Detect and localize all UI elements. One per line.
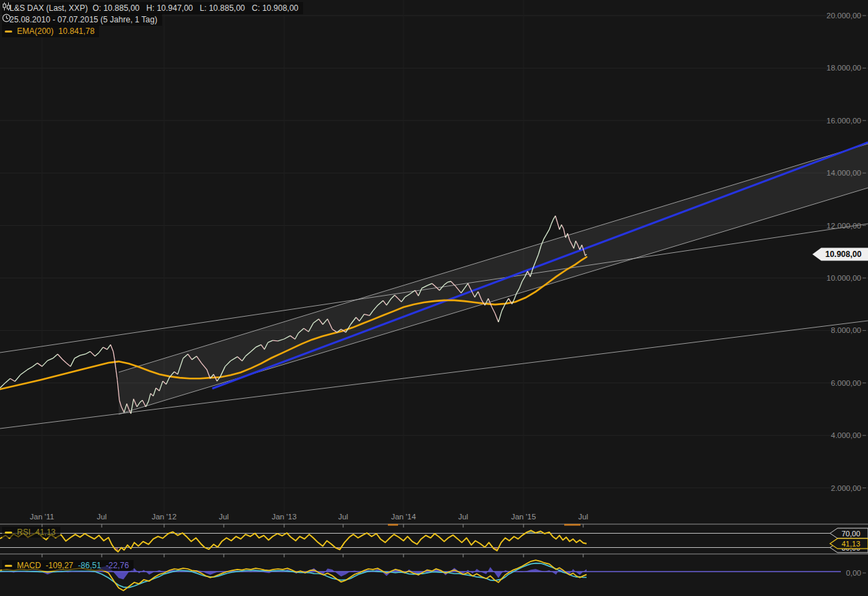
price-axis-label: 16.000,00: [827, 117, 861, 125]
macd-value: -109,27: [45, 561, 73, 570]
price-segment: [273, 340, 278, 341]
symbol-legend-row[interactable]: L&S DAX (Last, XXP) O: 10.885,00 H: 10.9…: [2, 2, 303, 14]
ema-color-dash-icon: [5, 31, 12, 33]
time-axis-label: Jan '11: [30, 513, 54, 521]
time-axis-label: Jul: [458, 513, 469, 521]
macd-zero-label: 0,00: [846, 569, 861, 577]
symbol-title: L&S DAX (Last, XXP): [9, 3, 87, 13]
price-axis-label: 18.000,00: [827, 64, 861, 72]
macd-legend-row[interactable]: MACD -109,27 -86,51 -22,76: [2, 560, 134, 571]
chart-canvas[interactable]: 10.908,00 70,00 30,00 41,13 0,00: [0, 0, 868, 596]
ema-label: EMA(200): [17, 26, 54, 36]
rsi-upper-tag-text: 70,00: [842, 530, 861, 538]
rsi-value-tag-text: 41,13: [842, 540, 861, 548]
time-axis-label: Jan '15: [511, 513, 536, 521]
price-axis-label: 4.000,00: [831, 431, 861, 439]
time-axis-label: Jan '13: [272, 513, 297, 521]
price-axis-label: 2.000,00: [831, 484, 861, 492]
last-price-tag-text: 10.908,00: [825, 250, 862, 259]
chart-window: 10.908,00 70,00 30,00 41,13 0,00 L&S DAX: [0, 0, 868, 596]
time-axis-label: Jul: [219, 513, 229, 521]
rsi-legend-row[interactable]: RSI 41,13: [2, 527, 60, 538]
price-axis-label: 8.000,00: [831, 326, 861, 334]
time-range-text: 25.08.2010 - 07.07.2015 (5 Jahre, 1 Tag): [9, 15, 157, 24]
time-range-row[interactable]: 25.08.2010 - 07.07.2015 (5 Jahre, 1 Tag): [2, 14, 162, 26]
rsi-color-dash-icon: [5, 532, 12, 534]
time-axis-label: Jul: [578, 513, 589, 521]
macd-hist-value: -22,76: [106, 561, 129, 570]
ema-value: 10.841,78: [58, 26, 94, 36]
price-axis-label: 10.000,00: [827, 274, 861, 282]
ohlc-values: O: 10.885,00 H: 10.947,00 L: 10.885,00 C…: [92, 3, 298, 13]
macd-signal-value: -86,51: [78, 561, 101, 570]
time-axis-label: Jan '12: [152, 513, 177, 521]
time-axis-label: Jan '14: [391, 513, 416, 521]
macd-label: MACD: [17, 561, 41, 570]
ema-legend-row[interactable]: EMA(200) 10.841,78: [2, 25, 99, 37]
rsi-value: 41,13: [35, 528, 56, 537]
time-axis-label: Jul: [97, 513, 107, 521]
price-axis-label: 12.000,00: [827, 222, 861, 230]
rsi-label: RSI: [17, 528, 31, 537]
macd-color-dash-icon: [5, 565, 12, 567]
price-axis-label: 6.000,00: [831, 379, 861, 387]
time-axis-label: Jul: [338, 513, 349, 521]
price-axis-label: 14.000,00: [827, 169, 861, 177]
price-axis-label: 20.000,00: [827, 12, 861, 20]
